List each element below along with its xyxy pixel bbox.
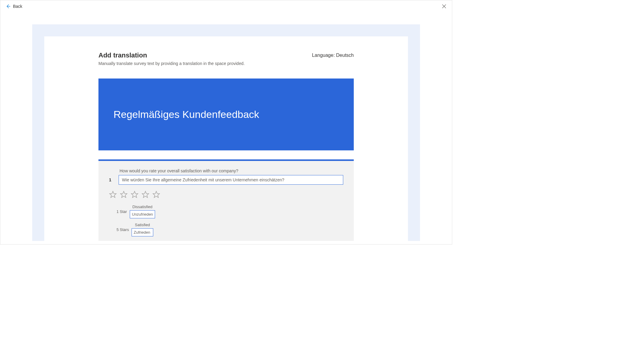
rating-low-group: 1 Star Dissatisfied: [117, 205, 343, 218]
rating-high-translation-input[interactable]: [132, 228, 153, 236]
rating-low-star-label: 1 Star: [117, 209, 130, 214]
star-rating-row: [109, 191, 343, 199]
question-block: How would you rate your overall satisfac…: [98, 159, 354, 241]
page-background: Add translation Manually translate surve…: [32, 24, 420, 241]
content-card: Add translation Manually translate surve…: [44, 36, 408, 241]
question-translation-input[interactable]: [119, 175, 343, 185]
star-icon[interactable]: [152, 191, 160, 199]
svg-marker-6: [142, 191, 149, 198]
svg-marker-3: [110, 191, 116, 198]
star-icon[interactable]: [109, 191, 117, 199]
rating-high-group: 5 Stars Satisfied: [117, 223, 343, 236]
question-original-text: How would you rate your overall satisfac…: [120, 168, 343, 173]
rating-low-translation-input[interactable]: [130, 210, 155, 218]
survey-title-translation: Regelmäßiges Kundenfeedback: [114, 109, 339, 120]
page-title: Add translation: [98, 51, 245, 59]
language-prefix: Language:: [312, 53, 336, 58]
star-icon[interactable]: [142, 191, 149, 199]
svg-marker-4: [120, 191, 127, 198]
close-icon[interactable]: [442, 4, 446, 9]
page-subtitle: Manually translate survey text by provid…: [98, 61, 245, 66]
back-arrow-icon: [6, 4, 11, 9]
language-label: Language: Deutsch: [312, 53, 354, 58]
rating-high-original: Satisfied: [135, 223, 150, 227]
rating-low-original: Dissatisfied: [132, 205, 152, 209]
survey-title-banner[interactable]: Regelmäßiges Kundenfeedback: [98, 79, 354, 150]
svg-marker-5: [131, 191, 138, 198]
star-icon[interactable]: [131, 191, 138, 199]
back-button[interactable]: Back: [6, 4, 22, 9]
back-label: Back: [13, 4, 22, 9]
star-icon[interactable]: [120, 191, 128, 199]
svg-marker-7: [153, 191, 160, 198]
language-value: Deutsch: [336, 53, 354, 58]
rating-high-star-label: 5 Stars: [117, 227, 130, 232]
question-number: 1: [109, 177, 113, 182]
